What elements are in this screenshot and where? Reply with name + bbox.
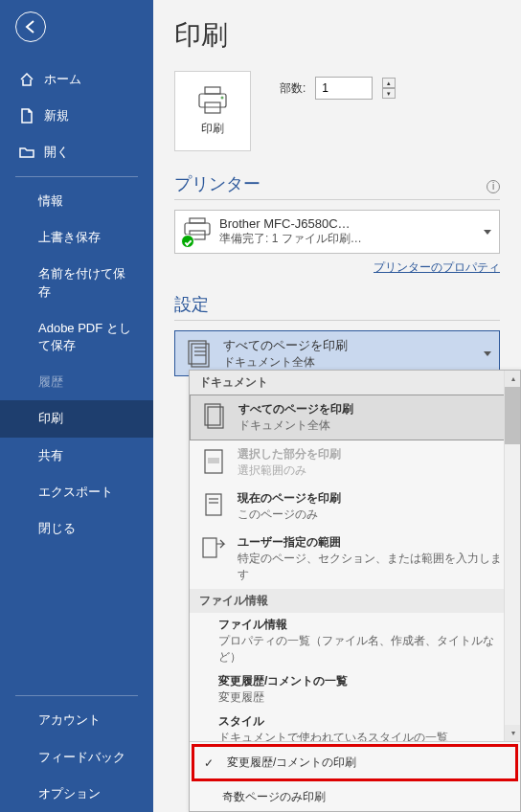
- nav-feedback[interactable]: フィードバック: [0, 739, 153, 776]
- settings-section-title: 設定: [174, 293, 209, 316]
- nav-close[interactable]: 閉じる: [0, 510, 153, 547]
- chevron-down-icon: [484, 351, 491, 356]
- nav-home-label: ホーム: [44, 71, 81, 88]
- settings-section-underline: [174, 320, 500, 321]
- nav-adobe-pdf[interactable]: Adobe PDF として保存: [0, 310, 153, 364]
- arrow-left-icon: [23, 19, 38, 34]
- svg-rect-0: [205, 87, 220, 94]
- dd-item-current-page[interactable]: 現在のページを印刷このページのみ: [190, 485, 520, 529]
- svg-rect-15: [208, 458, 219, 463]
- printer-status: 準備完了: 1 ファイル印刷…: [219, 231, 478, 247]
- print-button[interactable]: 印刷: [174, 71, 251, 151]
- page-selection-icon: [199, 446, 228, 475]
- dd-item-custom-range[interactable]: ユーザー指定の範囲特定のページ、セクション、または範囲を入力します: [190, 529, 520, 589]
- nav-home[interactable]: ホーム: [0, 61, 153, 98]
- nav-new[interactable]: 新規: [0, 98, 153, 134]
- page-title: 印刷: [174, 17, 500, 54]
- print-range-dropdown: ドキュメント すべてのページを印刷ドキュメント全体 選択した部分を印刷選択範囲の…: [189, 370, 521, 812]
- printer-properties-link[interactable]: プリンターのプロパティ: [174, 259, 500, 276]
- nav-save[interactable]: 上書き保存: [0, 219, 153, 256]
- nav-separator: [15, 176, 138, 177]
- pages-stack-icon: [183, 338, 214, 369]
- printer-section-underline: [174, 199, 500, 200]
- printer-status-icon: [183, 217, 212, 246]
- dd-toggle-print-markup[interactable]: ✓ 変更履歴/コメントの印刷: [192, 744, 518, 781]
- copies-spinner: ▴ ▾: [382, 78, 396, 99]
- dd-item-all-pages[interactable]: すべてのページを印刷ドキュメント全体: [190, 395, 520, 440]
- print-range-line2: ドキュメント全体: [223, 354, 348, 371]
- dd-item-styles[interactable]: スタイル ドキュメントで使われているスタイルの一覧: [190, 710, 520, 741]
- copies-up[interactable]: ▴: [382, 78, 396, 88]
- ready-badge-icon: [181, 235, 194, 248]
- dropdown-group-fileinfo: ファイル情報: [190, 589, 520, 613]
- nav-print[interactable]: 印刷: [0, 400, 153, 437]
- chevron-down-icon: [484, 230, 491, 235]
- nav-separator-bottom: [15, 695, 138, 696]
- copies-label: 部数:: [280, 80, 306, 97]
- dd-toggle-print-markup-label: 変更履歴/コメントの印刷: [227, 755, 356, 771]
- nav-export[interactable]: エクスポート: [0, 474, 153, 510]
- new-doc-icon: [19, 108, 34, 124]
- printer-section-title: プリンター: [174, 172, 260, 195]
- svg-rect-16: [206, 494, 221, 515]
- svg-rect-4: [185, 223, 210, 235]
- page-range-icon: [199, 534, 228, 563]
- copies-down[interactable]: ▾: [382, 88, 396, 99]
- nav-save-as[interactable]: 名前を付けて保存: [0, 256, 153, 309]
- svg-rect-1: [199, 94, 226, 107]
- dd-item-odd-pages[interactable]: 奇数ページのみ印刷: [190, 783, 520, 811]
- info-icon[interactable]: i: [487, 180, 500, 193]
- dropdown-scrollbar: ▴ ▾: [504, 371, 520, 741]
- nav-new-label: 新規: [44, 107, 69, 124]
- nav-options[interactable]: オプション: [0, 776, 153, 812]
- nav-account[interactable]: アカウント: [0, 702, 153, 738]
- copies-input[interactable]: [315, 77, 373, 100]
- scroll-up-button[interactable]: ▴: [505, 371, 520, 387]
- dropdown-footer: ✓ 変更履歴/コメントの印刷 奇数ページのみ印刷: [190, 741, 520, 811]
- dd-item-file-info[interactable]: ファイル情報 プロパティの一覧（ファイル名、作成者、タイトルなど）: [190, 613, 520, 669]
- svg-point-3: [221, 96, 224, 99]
- print-button-label: 印刷: [201, 121, 224, 137]
- single-page-icon: [199, 490, 228, 519]
- scroll-thumb[interactable]: [505, 387, 520, 444]
- nav-open[interactable]: 開く: [0, 134, 153, 170]
- dd-item-selection[interactable]: 選択した部分を印刷選択範囲のみ: [190, 440, 520, 485]
- nav-history[interactable]: 履歴: [0, 364, 153, 400]
- printer-icon: [196, 86, 229, 115]
- nav-info[interactable]: 情報: [0, 183, 153, 219]
- folder-open-icon: [19, 145, 34, 160]
- backstage-sidebar: ホーム 新規 開く 情報 上書き保存 名前を付けて保存 Adobe PDF とし…: [0, 0, 153, 812]
- nav-share[interactable]: 共有: [0, 438, 153, 474]
- pages-stack-icon: [200, 401, 229, 430]
- nav-open-label: 開く: [44, 144, 69, 161]
- svg-rect-5: [190, 218, 205, 223]
- printer-name: Brother MFC-J6580C…: [219, 216, 478, 231]
- printer-selector[interactable]: Brother MFC-J6580C… 準備完了: 1 ファイル印刷…: [174, 210, 500, 254]
- dropdown-group-document: ドキュメント: [190, 371, 520, 395]
- scroll-down-button[interactable]: ▾: [505, 725, 520, 741]
- dd-item-markup-list[interactable]: 変更履歴/コメントの一覧 変更履歴: [190, 669, 520, 710]
- print-range-line1: すべてのページを印刷: [223, 337, 348, 354]
- check-icon: ✓: [204, 756, 215, 770]
- back-button[interactable]: [15, 11, 46, 42]
- home-icon: [19, 72, 34, 87]
- svg-rect-19: [203, 538, 216, 557]
